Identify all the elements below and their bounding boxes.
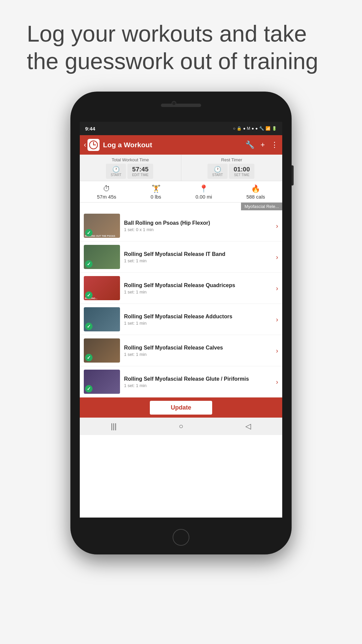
exercise-item[interactable]: ROLLING OUT THE PSOAS✓Ball Rolling on Ps… [80, 210, 282, 241]
set-time-label: SET TIME [234, 173, 249, 177]
total-timer-value-box[interactable]: 57:45 EDIT TIME [127, 164, 153, 179]
stat-distance: 📍 0.00 mi [195, 184, 212, 200]
total-timer-controls: 🕐 START 57:45 EDIT TIME [106, 164, 155, 179]
mail-icon: M [247, 126, 250, 131]
exercise-item[interactable]: ✓Rolling Self Myofascial Release Calves1… [80, 335, 282, 366]
category-row: Myofascial Rele... [80, 203, 282, 210]
total-workout-timer: Total Workout Time 🕐 START 57:45 EDIT TI… [80, 155, 181, 181]
stat-weight: 🏋 0 lbs [150, 184, 161, 200]
clock-icon: 🕐 [112, 166, 120, 173]
exercise-info: Rolling Self Myofascial Release Calves1 … [124, 344, 273, 357]
rest-clock-icon: 🕐 [214, 166, 221, 173]
circle-icon4: ● [255, 126, 258, 131]
exercise-name: Rolling Self Myofascial Release IT Band [124, 251, 273, 257]
nav-bar: ||| ○ ◁ [80, 418, 282, 435]
total-start-button[interactable]: 🕐 START [106, 164, 126, 179]
exercise-sets: 1 set: 1 min [124, 258, 273, 263]
nav-home-button[interactable]: ○ [179, 422, 183, 431]
exercise-chevron-icon[interactable]: › [276, 284, 278, 292]
category-badge: Myofascial Rele... [241, 203, 282, 210]
phone-screen: 9:44 ○ 🔒 ● M ● ● 🔧 📶 🔋 ‹ [80, 122, 282, 518]
exercise-item[interactable]: ✓Rolling Self Myofascial Release Glute /… [80, 366, 282, 397]
status-icons: ○ 🔒 ● M ● ● 🔧 📶 🔋 [233, 126, 277, 131]
stopwatch-icon: ⏱ [103, 184, 110, 193]
exercise-chevron-icon[interactable]: › [276, 316, 278, 323]
circle-icon2: ● [243, 126, 245, 131]
exercise-chevron-icon[interactable]: › [276, 222, 278, 230]
circle-icon: ○ [233, 126, 235, 131]
exercise-info: Ball Rolling on Psoas (Hip Flexor)1 set:… [124, 220, 273, 232]
exercise-sets: 1 set: 1 min [124, 352, 273, 357]
phone-body: 9:44 ○ 🔒 ● M ● ● 🔧 📶 🔋 ‹ [70, 92, 292, 554]
nav-back-button[interactable]: ||| [111, 422, 117, 431]
update-button[interactable]: Update [150, 401, 212, 415]
exercise-name: Rolling Self Myofascial Release Quadrice… [124, 282, 273, 288]
weight-icon: 🏋 [152, 184, 161, 193]
exercise-thumbnail: ROLLING OUT THE PSOAS✓ [84, 214, 120, 238]
app-bar: ‹ Log a Workout 🔧 + ⋮ [80, 135, 282, 155]
exercise-name: Rolling Self Myofascial Release Glute / … [124, 376, 273, 382]
more-menu-button[interactable]: ⋮ [271, 141, 278, 149]
phone-home-button[interactable] [173, 529, 189, 546]
total-timer-value: 57:45 [132, 166, 148, 173]
wifi-icon: 📶 [265, 126, 270, 131]
exercise-thumbnail: ROLLING...✓ [84, 276, 120, 300]
exercise-list: ROLLING OUT THE PSOAS✓Ball Rolling on Ps… [80, 210, 282, 397]
rest-timer-controls: 🕐 START 01:00 SET TIME [207, 164, 256, 179]
status-time: 9:44 [85, 126, 95, 131]
phone-camera [172, 101, 176, 106]
exercise-sets: 1 set: 1 min [124, 383, 273, 388]
add-exercise-button[interactable]: + [260, 141, 265, 149]
rest-timer-label: Rest Timer [221, 157, 242, 162]
phone-mockup: 9:44 ○ 🔒 ● M ● ● 🔧 📶 🔋 ‹ [70, 92, 292, 554]
headline-text: Log your workouts and take the guesswork… [0, 0, 362, 88]
exercise-item[interactable]: ✓Rolling Self Myofascial Release IT Band… [80, 241, 282, 273]
exercise-chevron-icon[interactable]: › [276, 253, 278, 261]
stat-calories: 🔥 588 cals [246, 184, 265, 200]
exercise-chevron-icon[interactable]: › [276, 347, 278, 355]
fire-icon: 🔥 [251, 184, 260, 193]
stat-time: ⏱ 57m 45s [97, 184, 116, 200]
exercise-sets: 1 set: 1 min [124, 321, 273, 326]
phone-side-button [292, 165, 294, 185]
wrench-action-icon[interactable]: 🔧 [245, 141, 254, 149]
exercise-name: Rolling Self Myofascial Release Adductor… [124, 313, 273, 320]
phone-speaker [161, 104, 201, 107]
rest-timer: Rest Timer 🕐 START 01:00 SET TIME [181, 155, 283, 181]
exercise-item[interactable]: ROLLING...✓Rolling Self Myofascial Relea… [80, 273, 282, 304]
completion-check-icon: ✓ [85, 260, 93, 268]
stat-weight-value: 0 lbs [150, 194, 161, 200]
exercise-sets: 1 set: 0 x 1 min [124, 227, 273, 232]
location-icon: 📍 [199, 184, 208, 193]
exercise-thumbnail: ✓ [84, 370, 120, 394]
exercise-name: Ball Rolling on Psoas (Hip Flexor) [124, 220, 273, 226]
completion-check-icon: ✓ [85, 323, 93, 330]
nav-recent-button[interactable]: ◁ [245, 422, 251, 431]
update-bar: Update [80, 397, 282, 418]
stat-time-value: 57m 45s [97, 194, 116, 200]
timer-section: Total Workout Time 🕐 START 57:45 EDIT TI… [80, 155, 282, 181]
wrench-icon: 🔧 [259, 126, 264, 131]
status-bar: 9:44 ○ 🔒 ● M ● ● 🔧 📶 🔋 [80, 122, 282, 135]
circle-icon3: ● [252, 126, 254, 131]
total-timer-label: Total Workout Time [112, 157, 149, 162]
rest-timer-value: 01:00 [234, 166, 250, 173]
stats-row: ⏱ 57m 45s 🏋 0 lbs 📍 0.00 mi 🔥 588 cals [80, 181, 282, 203]
exercise-info: Rolling Self Myofascial Release Adductor… [124, 313, 273, 326]
rest-start-button[interactable]: 🕐 START [207, 164, 228, 179]
rest-start-label: START [212, 173, 223, 177]
exercise-sets: 1 set: 1 min [124, 289, 273, 294]
completion-check-icon: ✓ [85, 354, 93, 361]
exercise-item[interactable]: ✓Rolling Self Myofascial Release Adducto… [80, 304, 282, 335]
completion-check-icon: ✓ [85, 385, 93, 392]
rest-timer-value-box[interactable]: 01:00 SET TIME [229, 164, 255, 179]
edit-time-label: EDIT TIME [132, 173, 148, 177]
exercise-name: Rolling Self Myofascial Release Calves [124, 344, 273, 351]
exercise-thumbnail: ✓ [84, 307, 120, 331]
exercise-info: Rolling Self Myofascial Release Quadrice… [124, 282, 273, 294]
exercise-chevron-icon[interactable]: › [276, 378, 278, 386]
back-button[interactable]: ‹ [84, 141, 86, 149]
stat-distance-value: 0.00 mi [195, 194, 212, 200]
battery-icon: 🔋 [272, 126, 277, 131]
exercise-thumbnail: ✓ [84, 245, 120, 269]
